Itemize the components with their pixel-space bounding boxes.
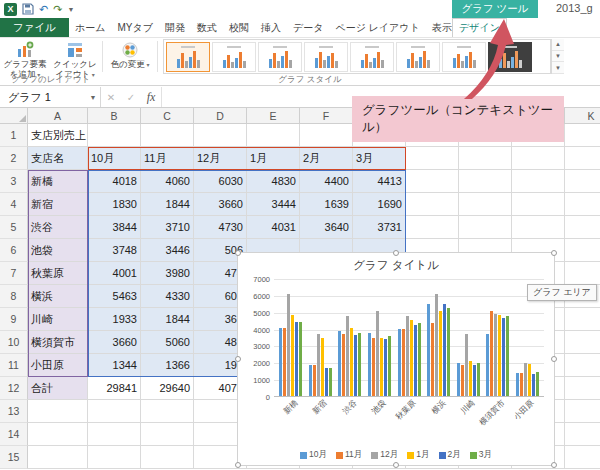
bar[interactable] — [506, 316, 509, 396]
insert-function-icon[interactable]: fx — [141, 87, 161, 107]
legend-item[interactable]: 12月 — [371, 449, 398, 461]
bar[interactable] — [498, 315, 501, 396]
cell[interactable]: 1639 — [300, 193, 353, 216]
chart-style-thumbnail[interactable] — [258, 42, 302, 72]
row-header[interactable]: 14 — [0, 423, 28, 446]
cell[interactable] — [565, 400, 600, 423]
bar[interactable] — [346, 316, 349, 396]
legend-item[interactable]: 10月 — [300, 449, 327, 461]
cell[interactable]: 1844 — [141, 193, 194, 216]
cell[interactable]: 渋谷 — [28, 216, 88, 239]
cell[interactable]: 新橋 — [28, 170, 88, 193]
cell[interactable]: 5060 — [141, 331, 194, 354]
column-header[interactable]: K — [565, 108, 600, 124]
cell[interactable]: 10月 — [88, 147, 141, 170]
cell[interactable] — [28, 423, 88, 446]
cell[interactable] — [565, 308, 600, 331]
cell[interactable]: 3748 — [88, 239, 141, 262]
cell[interactable] — [300, 124, 353, 147]
cell[interactable] — [512, 216, 565, 239]
column-header[interactable]: E — [247, 108, 300, 124]
column-header[interactable]: C — [141, 108, 194, 124]
cell[interactable] — [28, 400, 88, 423]
row-header[interactable]: 1 — [0, 124, 28, 147]
bar[interactable] — [532, 374, 535, 396]
tab-file[interactable]: ファイル — [0, 18, 69, 37]
cell[interactable]: 3660 — [194, 193, 247, 216]
cell[interactable] — [28, 446, 88, 469]
bar[interactable] — [520, 373, 523, 396]
bar[interactable] — [494, 314, 497, 396]
add-chart-element-button[interactable]: グラフ要素を追加 — [0, 39, 50, 74]
bar[interactable] — [477, 363, 480, 396]
bar[interactable] — [528, 364, 531, 396]
cell[interactable] — [565, 423, 600, 446]
row-header[interactable]: 6 — [0, 239, 28, 262]
bar[interactable] — [536, 372, 539, 396]
row-header[interactable]: 7 — [0, 262, 28, 285]
embedded-chart[interactable]: グラフ タイトル 01000200030004000500060007000新橋… — [237, 252, 555, 466]
undo-icon[interactable]: ↶ — [39, 4, 48, 15]
bar[interactable] — [465, 334, 468, 396]
cell[interactable] — [141, 423, 194, 446]
bar[interactable] — [418, 323, 421, 396]
cell[interactable]: 1830 — [88, 193, 141, 216]
column-header[interactable]: A — [28, 108, 88, 124]
cell[interactable] — [565, 216, 600, 239]
cell[interactable]: 3446 — [141, 239, 194, 262]
ribbon-tab-contextual[interactable]: 書式 — [452, 18, 484, 37]
bar[interactable] — [502, 318, 505, 396]
ribbon-tab[interactable]: 校閲 — [223, 18, 255, 37]
bar[interactable] — [398, 329, 401, 396]
bar[interactable] — [414, 325, 417, 397]
save-icon[interactable] — [22, 3, 34, 15]
row-header[interactable]: 12 — [0, 377, 28, 400]
cell[interactable]: 3980 — [141, 262, 194, 285]
cell[interactable] — [565, 331, 600, 354]
cell[interactable] — [459, 147, 512, 170]
bar[interactable] — [321, 338, 324, 396]
bar[interactable] — [291, 315, 294, 396]
cell[interactable]: 横須賀市 — [28, 331, 88, 354]
bar[interactable] — [372, 338, 375, 396]
bar[interactable] — [402, 329, 405, 396]
resize-handle[interactable] — [551, 462, 557, 468]
bar[interactable] — [325, 368, 328, 396]
bar[interactable] — [486, 334, 489, 396]
legend-item[interactable]: 2月 — [439, 449, 461, 461]
bar[interactable] — [309, 365, 312, 396]
select-all-corner[interactable] — [0, 108, 28, 124]
excel-logo-icon[interactable]: X — [4, 3, 17, 16]
resize-handle[interactable] — [235, 250, 241, 256]
bar[interactable] — [473, 365, 476, 396]
cell[interactable] — [406, 170, 459, 193]
name-box[interactable]: グラフ 1 — [0, 87, 86, 107]
cell[interactable] — [459, 193, 512, 216]
gallery-more-icon[interactable]: ▼ — [552, 62, 564, 74]
cell[interactable]: 1844 — [141, 308, 194, 331]
ribbon-tab[interactable]: ページ レイアウト — [329, 18, 425, 37]
cell[interactable] — [565, 170, 600, 193]
cell[interactable]: 3660 — [88, 331, 141, 354]
cell[interactable] — [459, 170, 512, 193]
bar[interactable] — [457, 363, 460, 396]
cell[interactable]: 5463 — [88, 285, 141, 308]
cell[interactable]: 小田原 — [28, 354, 88, 377]
bar[interactable] — [410, 320, 413, 396]
column-header[interactable]: F — [300, 108, 353, 124]
bar[interactable] — [447, 308, 450, 396]
bar[interactable] — [384, 339, 387, 396]
cell[interactable]: 池袋 — [28, 239, 88, 262]
bar[interactable] — [295, 322, 298, 396]
gallery-scroll-down-icon[interactable]: ▼ — [552, 51, 564, 63]
redo-icon[interactable]: ↷ — [53, 4, 62, 15]
row-header[interactable]: 2 — [0, 147, 28, 170]
resize-handle[interactable] — [235, 356, 241, 362]
resize-handle[interactable] — [393, 462, 399, 468]
cell[interactable] — [512, 147, 565, 170]
row-header[interactable]: 5 — [0, 216, 28, 239]
cell[interactable]: 1366 — [141, 354, 194, 377]
cell[interactable] — [565, 377, 600, 400]
resize-handle[interactable] — [551, 250, 557, 256]
bar[interactable] — [461, 365, 464, 396]
